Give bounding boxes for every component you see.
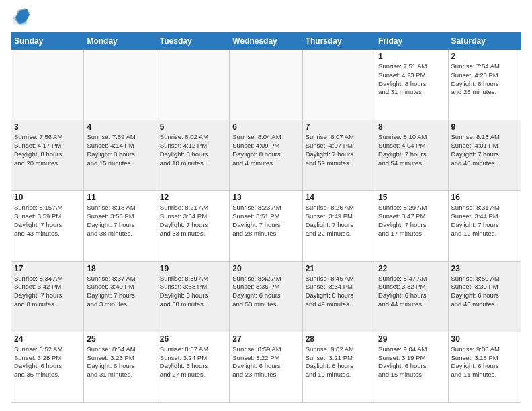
calendar-header-row: SundayMondayTuesdayWednesdayThursdayFrid… xyxy=(11,33,521,50)
day-number: 16 xyxy=(451,193,518,202)
calendar-cell: 6Sunrise: 8:04 AM Sunset: 4:09 PM Daylig… xyxy=(230,120,302,191)
cell-info: Sunrise: 8:07 AM Sunset: 4:07 PM Dayligh… xyxy=(306,133,372,167)
calendar-cell: 16Sunrise: 8:31 AM Sunset: 3:44 PM Dayli… xyxy=(448,191,521,261)
cell-info: Sunrise: 9:02 AM Sunset: 3:21 PM Dayligh… xyxy=(306,345,372,379)
cell-info: Sunrise: 7:59 AM Sunset: 4:14 PM Dayligh… xyxy=(87,133,153,167)
col-header-wednesday: Wednesday xyxy=(230,33,302,50)
col-header-sunday: Sunday xyxy=(11,33,84,50)
cell-info: Sunrise: 8:29 AM Sunset: 3:47 PM Dayligh… xyxy=(378,203,445,238)
calendar-cell: 25Sunrise: 8:54 AM Sunset: 3:26 PM Dayli… xyxy=(84,332,157,402)
page: SundayMondayTuesdayWednesdayThursdayFrid… xyxy=(0,0,532,411)
logo-icon xyxy=(11,8,30,27)
cell-info: Sunrise: 8:31 AM Sunset: 3:44 PM Dayligh… xyxy=(451,203,518,238)
calendar-cell: 27Sunrise: 8:59 AM Sunset: 3:22 PM Dayli… xyxy=(230,332,302,402)
calendar-cell: 19Sunrise: 8:39 AM Sunset: 3:38 PM Dayli… xyxy=(157,261,229,332)
day-number: 17 xyxy=(14,264,81,273)
day-number: 20 xyxy=(232,264,299,273)
cell-info: Sunrise: 8:42 AM Sunset: 3:36 PM Dayligh… xyxy=(232,275,299,309)
calendar-cell: 23Sunrise: 8:50 AM Sunset: 3:30 PM Dayli… xyxy=(448,261,521,332)
day-number: 21 xyxy=(306,264,372,273)
cell-info: Sunrise: 8:37 AM Sunset: 3:40 PM Dayligh… xyxy=(87,275,153,309)
calendar-cell: 2Sunrise: 7:54 AM Sunset: 4:20 PM Daylig… xyxy=(448,50,521,120)
cell-info: Sunrise: 8:52 AM Sunset: 3:28 PM Dayligh… xyxy=(14,345,81,379)
logo xyxy=(11,8,32,27)
calendar-cell: 4Sunrise: 7:59 AM Sunset: 4:14 PM Daylig… xyxy=(84,120,157,191)
day-number: 18 xyxy=(87,264,153,273)
calendar-cell: 21Sunrise: 8:45 AM Sunset: 3:34 PM Dayli… xyxy=(302,261,375,332)
calendar-cell: 1Sunrise: 7:51 AM Sunset: 4:23 PM Daylig… xyxy=(375,50,448,120)
day-number: 28 xyxy=(306,334,372,344)
cell-info: Sunrise: 7:54 AM Sunset: 4:20 PM Dayligh… xyxy=(451,62,518,97)
calendar-cell xyxy=(230,50,302,120)
day-number: 15 xyxy=(378,193,445,202)
day-number: 29 xyxy=(378,334,445,344)
cell-info: Sunrise: 8:15 AM Sunset: 3:59 PM Dayligh… xyxy=(14,203,81,238)
col-header-tuesday: Tuesday xyxy=(157,33,229,50)
calendar-cell: 14Sunrise: 8:26 AM Sunset: 3:49 PM Dayli… xyxy=(302,191,375,261)
cell-info: Sunrise: 8:39 AM Sunset: 3:38 PM Dayligh… xyxy=(160,275,226,309)
header xyxy=(11,8,521,27)
day-number: 1 xyxy=(378,52,445,61)
cell-info: Sunrise: 8:04 AM Sunset: 4:09 PM Dayligh… xyxy=(232,133,299,167)
calendar-cell: 10Sunrise: 8:15 AM Sunset: 3:59 PM Dayli… xyxy=(11,191,84,261)
cell-info: Sunrise: 8:45 AM Sunset: 3:34 PM Dayligh… xyxy=(306,275,372,309)
cell-info: Sunrise: 8:18 AM Sunset: 3:56 PM Dayligh… xyxy=(87,203,153,238)
calendar-cell: 20Sunrise: 8:42 AM Sunset: 3:36 PM Dayli… xyxy=(230,261,302,332)
calendar-week-3: 17Sunrise: 8:34 AM Sunset: 3:42 PM Dayli… xyxy=(11,261,521,332)
day-number: 3 xyxy=(14,122,81,132)
calendar-week-0: 1Sunrise: 7:51 AM Sunset: 4:23 PM Daylig… xyxy=(11,50,521,120)
calendar-cell: 13Sunrise: 8:23 AM Sunset: 3:51 PM Dayli… xyxy=(230,191,302,261)
col-header-monday: Monday xyxy=(84,33,157,50)
cell-info: Sunrise: 8:23 AM Sunset: 3:51 PM Dayligh… xyxy=(232,203,299,238)
cell-info: Sunrise: 8:10 AM Sunset: 4:04 PM Dayligh… xyxy=(378,133,445,167)
calendar-cell xyxy=(302,50,375,120)
day-number: 2 xyxy=(451,52,518,61)
cell-info: Sunrise: 8:59 AM Sunset: 3:22 PM Dayligh… xyxy=(232,345,299,379)
cell-info: Sunrise: 8:26 AM Sunset: 3:49 PM Dayligh… xyxy=(306,203,372,238)
day-number: 14 xyxy=(306,193,372,202)
cell-info: Sunrise: 9:06 AM Sunset: 3:18 PM Dayligh… xyxy=(451,345,518,379)
day-number: 9 xyxy=(451,122,518,132)
day-number: 30 xyxy=(451,334,518,344)
col-header-friday: Friday xyxy=(375,33,448,50)
calendar-cell: 26Sunrise: 8:57 AM Sunset: 3:24 PM Dayli… xyxy=(157,332,229,402)
day-number: 5 xyxy=(160,122,226,132)
calendar-cell: 8Sunrise: 8:10 AM Sunset: 4:04 PM Daylig… xyxy=(375,120,448,191)
day-number: 7 xyxy=(306,122,372,132)
cell-info: Sunrise: 7:56 AM Sunset: 4:17 PM Dayligh… xyxy=(14,133,81,167)
cell-info: Sunrise: 9:04 AM Sunset: 3:19 PM Dayligh… xyxy=(378,345,445,379)
calendar-cell: 22Sunrise: 8:47 AM Sunset: 3:32 PM Dayli… xyxy=(375,261,448,332)
calendar-week-1: 3Sunrise: 7:56 AM Sunset: 4:17 PM Daylig… xyxy=(11,120,521,191)
day-number: 11 xyxy=(87,193,153,202)
calendar-cell: 11Sunrise: 8:18 AM Sunset: 3:56 PM Dayli… xyxy=(84,191,157,261)
calendar-cell: 5Sunrise: 8:02 AM Sunset: 4:12 PM Daylig… xyxy=(157,120,229,191)
calendar-cell: 30Sunrise: 9:06 AM Sunset: 3:18 PM Dayli… xyxy=(448,332,521,402)
day-number: 27 xyxy=(232,334,299,344)
calendar-cell: 7Sunrise: 8:07 AM Sunset: 4:07 PM Daylig… xyxy=(302,120,375,191)
day-number: 22 xyxy=(378,264,445,273)
day-number: 13 xyxy=(232,193,299,202)
calendar-cell: 28Sunrise: 9:02 AM Sunset: 3:21 PM Dayli… xyxy=(302,332,375,402)
day-number: 19 xyxy=(160,264,226,273)
day-number: 24 xyxy=(14,334,81,344)
day-number: 10 xyxy=(14,193,81,202)
calendar-cell xyxy=(157,50,229,120)
day-number: 23 xyxy=(451,264,518,273)
cell-info: Sunrise: 8:13 AM Sunset: 4:01 PM Dayligh… xyxy=(451,133,518,167)
cell-info: Sunrise: 8:50 AM Sunset: 3:30 PM Dayligh… xyxy=(451,275,518,309)
calendar-cell: 15Sunrise: 8:29 AM Sunset: 3:47 PM Dayli… xyxy=(375,191,448,261)
calendar-week-2: 10Sunrise: 8:15 AM Sunset: 3:59 PM Dayli… xyxy=(11,191,521,261)
day-number: 26 xyxy=(160,334,226,344)
calendar-cell: 9Sunrise: 8:13 AM Sunset: 4:01 PM Daylig… xyxy=(448,120,521,191)
calendar-cell: 17Sunrise: 8:34 AM Sunset: 3:42 PM Dayli… xyxy=(11,261,84,332)
calendar-cell xyxy=(11,50,84,120)
cell-info: Sunrise: 8:54 AM Sunset: 3:26 PM Dayligh… xyxy=(87,345,153,379)
day-number: 8 xyxy=(378,122,445,132)
col-header-thursday: Thursday xyxy=(302,33,375,50)
cell-info: Sunrise: 8:57 AM Sunset: 3:24 PM Dayligh… xyxy=(160,345,226,379)
calendar-cell xyxy=(84,50,157,120)
day-number: 12 xyxy=(160,193,226,202)
calendar-cell: 24Sunrise: 8:52 AM Sunset: 3:28 PM Dayli… xyxy=(11,332,84,402)
calendar-cell: 12Sunrise: 8:21 AM Sunset: 3:54 PM Dayli… xyxy=(157,191,229,261)
cell-info: Sunrise: 8:47 AM Sunset: 3:32 PM Dayligh… xyxy=(378,275,445,309)
